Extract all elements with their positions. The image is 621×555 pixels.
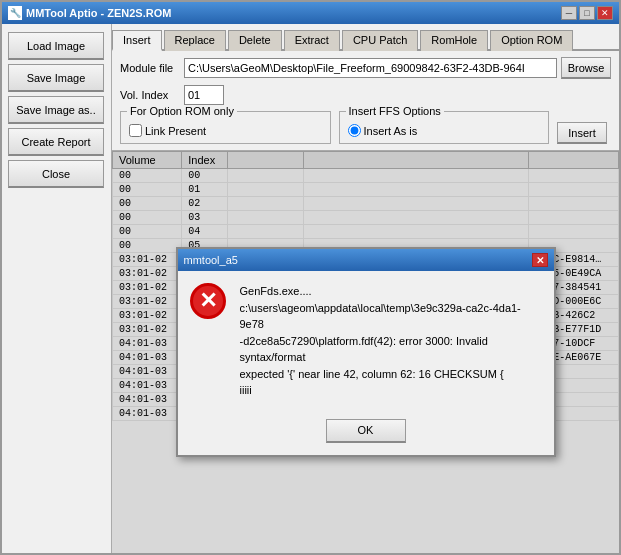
dialog-message: GenFds.exe.... c:\users\ageom\appdata\lo… (240, 283, 542, 399)
load-image-button[interactable]: Load Image (8, 32, 104, 60)
insert-as-is-row: Insert As is (348, 124, 541, 137)
vol-index-label: Vol. Index (120, 89, 180, 101)
ok-button[interactable]: OK (326, 419, 406, 443)
tab-cpu-patch[interactable]: CPU Patch (342, 30, 418, 51)
browse-button[interactable]: Browse (561, 57, 611, 79)
error-dialog: mmtool_a5 ✕ ✕ GenFds.exe.... c:\users\ag… (176, 247, 556, 457)
window-title: MMTool Aptio - ZEN2S.ROM (26, 7, 171, 19)
dialog-overlay: mmtool_a5 ✕ ✕ GenFds.exe.... c:\users\ag… (112, 151, 619, 553)
app-icon: 🔧 (8, 6, 22, 20)
link-present-label: Link Present (145, 125, 206, 137)
close-button-sidebar[interactable]: Close (8, 160, 104, 188)
message-line4: syntax/format (240, 349, 542, 366)
ffs-options-group: Insert FFS Options Insert As is (339, 111, 550, 144)
dialog-title-bar: mmtool_a5 ✕ (178, 249, 554, 271)
close-button[interactable]: ✕ (597, 6, 613, 20)
save-image-button[interactable]: Save Image (8, 64, 104, 92)
insert-tab-content: Module file Browse Vol. Index For Option… (112, 51, 619, 150)
message-line1: GenFds.exe.... (240, 283, 542, 300)
tab-insert[interactable]: Insert (112, 30, 162, 51)
save-image-as-button[interactable]: Save Image as.. (8, 96, 104, 124)
options-row: For Option ROM only Link Present Insert … (120, 111, 611, 144)
title-bar: 🔧 MMTool Aptio - ZEN2S.ROM ─ □ ✕ (2, 2, 619, 24)
dialog-error-icon: ✕ (190, 283, 230, 323)
tab-romhole[interactable]: RomHole (420, 30, 488, 51)
minimize-button[interactable]: ─ (561, 6, 577, 20)
right-panel: Insert Replace Delete Extract CPU Patch … (112, 24, 619, 553)
insert-as-is-label: Insert As is (364, 125, 418, 137)
vol-index-row: Vol. Index (120, 85, 611, 105)
module-file-label: Module file (120, 62, 180, 74)
table-area: Volume Index 00000001000200030004000503:… (112, 150, 619, 553)
dialog-body: ✕ GenFds.exe.... c:\users\ageom\appdata\… (178, 271, 554, 411)
option-rom-legend: For Option ROM only (127, 105, 237, 117)
insert-button[interactable]: Insert (557, 122, 607, 144)
tab-delete[interactable]: Delete (228, 30, 282, 51)
link-present-row: Link Present (129, 124, 322, 137)
module-file-row: Module file Browse (120, 57, 611, 79)
tab-bar: Insert Replace Delete Extract CPU Patch … (112, 24, 619, 51)
ffs-legend: Insert FFS Options (346, 105, 444, 117)
dialog-footer: OK (178, 411, 554, 455)
link-present-checkbox[interactable] (129, 124, 142, 137)
create-report-button[interactable]: Create Report (8, 128, 104, 156)
tab-option-rom[interactable]: Option ROM (490, 30, 573, 51)
dialog-close-button[interactable]: ✕ (532, 253, 548, 267)
title-controls: ─ □ ✕ (561, 6, 613, 20)
option-rom-group: For Option ROM only Link Present (120, 111, 331, 144)
main-content: Load Image Save Image Save Image as.. Cr… (2, 24, 619, 553)
message-line3: -d2ce8a5c7290\platform.fdf(42): error 30… (240, 333, 542, 350)
message-line5: expected '{' near line 42, column 62: 16… (240, 366, 542, 383)
tab-extract[interactable]: Extract (284, 30, 340, 51)
insert-as-is-radio[interactable] (348, 124, 361, 137)
main-window: 🔧 MMTool Aptio - ZEN2S.ROM ─ □ ✕ Load Im… (0, 0, 621, 555)
maximize-button[interactable]: □ (579, 6, 595, 20)
dialog-title: mmtool_a5 (184, 254, 238, 266)
message-line2: c:\users\ageom\appdata\local\temp\3e9c32… (240, 300, 542, 333)
message-line6: iiiii (240, 382, 542, 399)
tab-replace[interactable]: Replace (164, 30, 226, 51)
vol-index-input[interactable] (184, 85, 224, 105)
title-bar-left: 🔧 MMTool Aptio - ZEN2S.ROM (8, 6, 171, 20)
error-circle: ✕ (190, 283, 226, 319)
left-sidebar: Load Image Save Image Save Image as.. Cr… (2, 24, 112, 553)
module-file-input[interactable] (184, 58, 557, 78)
